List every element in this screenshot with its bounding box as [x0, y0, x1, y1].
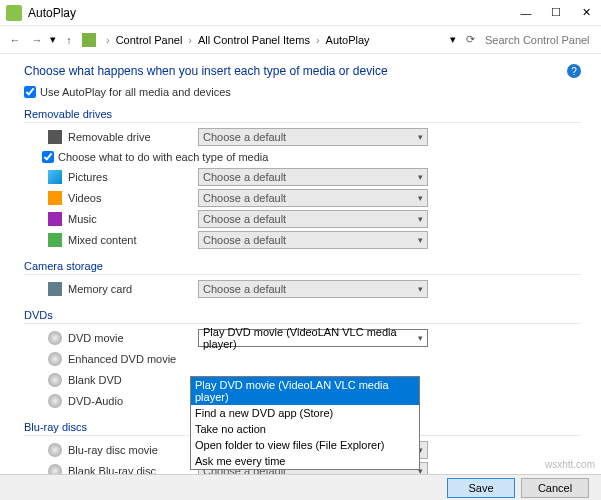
removable-drive-combo[interactable]: Choose a default: [198, 128, 428, 146]
dropdown-option-play-vlc[interactable]: Play DVD movie (VideoLAN VLC media playe…: [191, 377, 419, 405]
window-title: AutoPlay: [28, 6, 511, 20]
breadcrumb-control-panel[interactable]: Control Panel: [116, 34, 183, 46]
use-autoplay-label: Use AutoPlay for all media and devices: [40, 86, 231, 98]
videos-icon: [48, 191, 62, 205]
address-bar: ← → ▾ ↑ › Control Panel › All Control Pa…: [0, 26, 601, 54]
mixed-label: Mixed content: [68, 234, 198, 246]
enhanced-dvd-label: Enhanced DVD movie: [68, 353, 198, 365]
dropdown-option-open-folder[interactable]: Open folder to view files (File Explorer…: [191, 437, 419, 453]
section-dvds: DVDs: [24, 309, 581, 324]
videos-label: Videos: [68, 192, 198, 204]
music-label: Music: [68, 213, 198, 225]
blank-bluray-label: Blank Blu-ray disc: [68, 465, 198, 474]
title-bar: AutoPlay — ☐ ✕: [0, 0, 601, 26]
pictures-label: Pictures: [68, 171, 198, 183]
footer-bar: Save Cancel: [0, 474, 601, 500]
removable-drive-label: Removable drive: [68, 131, 198, 143]
minimize-button[interactable]: —: [511, 0, 541, 26]
app-icon: [6, 5, 22, 21]
page-heading: Choose what happens when you insert each…: [24, 64, 581, 78]
breadcrumb-sep: ›: [106, 34, 110, 46]
bluray-movie-label: Blu-ray disc movie: [68, 444, 198, 456]
blank-dvd-label: Blank DVD: [68, 374, 198, 386]
enhanced-dvd-icon: [48, 352, 62, 366]
dvd-movie-label: DVD movie: [68, 332, 198, 344]
memory-card-combo[interactable]: Choose a default: [198, 280, 428, 298]
mixed-icon: [48, 233, 62, 247]
control-panel-icon: [82, 33, 96, 47]
memory-card-label: Memory card: [68, 283, 198, 295]
search-input[interactable]: [485, 31, 595, 49]
mixed-combo[interactable]: Choose a default: [198, 231, 428, 249]
dvd-movie-combo[interactable]: Play DVD movie (VideoLAN VLC media playe…: [198, 329, 428, 347]
section-removable: Removable drives: [24, 108, 581, 123]
breadcrumb-all-items[interactable]: All Control Panel Items: [198, 34, 310, 46]
watermark: wsxhtt.com: [545, 459, 595, 470]
help-icon[interactable]: ?: [567, 64, 581, 78]
section-camera: Camera storage: [24, 260, 581, 275]
blank-bluray-icon: [48, 464, 62, 474]
dropdown-option-ask[interactable]: Ask me every time: [191, 453, 419, 469]
memory-card-icon: [48, 282, 62, 296]
media-type-checkbox[interactable]: [42, 151, 54, 163]
dvd-movie-dropdown[interactable]: Play DVD movie (VideoLAN VLC media playe…: [190, 376, 420, 470]
forward-button[interactable]: →: [28, 31, 46, 49]
cancel-button[interactable]: Cancel: [521, 478, 589, 498]
dvd-movie-icon: [48, 331, 62, 345]
dvd-audio-label: DVD-Audio: [68, 395, 198, 407]
use-autoplay-checkbox[interactable]: [24, 86, 36, 98]
music-combo[interactable]: Choose a default: [198, 210, 428, 228]
dvd-audio-icon: [48, 394, 62, 408]
up-button[interactable]: ↑: [60, 31, 78, 49]
content-area: ? Choose what happens when you insert ea…: [0, 54, 601, 474]
address-chevron[interactable]: ▾: [450, 33, 456, 46]
pictures-icon: [48, 170, 62, 184]
recent-chevron[interactable]: ▾: [50, 33, 56, 46]
music-icon: [48, 212, 62, 226]
back-button[interactable]: ←: [6, 31, 24, 49]
dropdown-option-store[interactable]: Find a new DVD app (Store): [191, 405, 419, 421]
close-button[interactable]: ✕: [571, 0, 601, 26]
breadcrumb-autoplay[interactable]: AutoPlay: [326, 34, 370, 46]
dropdown-option-no-action[interactable]: Take no action: [191, 421, 419, 437]
refresh-button[interactable]: ⟳: [466, 33, 475, 46]
bluray-movie-icon: [48, 443, 62, 457]
maximize-button[interactable]: ☐: [541, 0, 571, 26]
blank-dvd-icon: [48, 373, 62, 387]
pictures-combo[interactable]: Choose a default: [198, 168, 428, 186]
videos-combo[interactable]: Choose a default: [198, 189, 428, 207]
media-type-label: Choose what to do with each type of medi…: [58, 151, 268, 163]
removable-drive-icon: [48, 130, 62, 144]
save-button[interactable]: Save: [447, 478, 515, 498]
